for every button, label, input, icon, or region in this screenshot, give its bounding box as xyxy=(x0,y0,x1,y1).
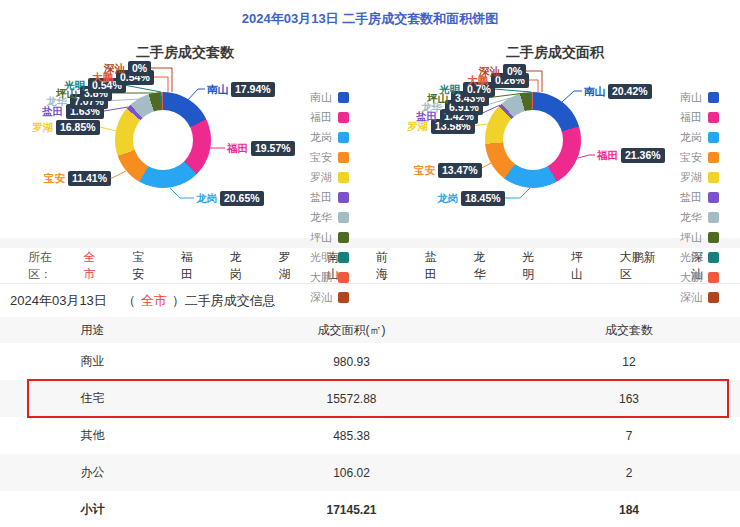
callout-shenshan: 深汕 0% xyxy=(104,61,151,76)
legend-item[interactable]: 福田 xyxy=(310,110,349,125)
table-row: 商业 980.93 12 xyxy=(0,343,740,380)
legend-item[interactable]: 宝安 xyxy=(680,150,719,165)
leader-line xyxy=(578,155,595,158)
legend-swatch xyxy=(708,292,719,303)
legend-swatch xyxy=(338,212,349,223)
filter-label: 所在区： xyxy=(28,249,74,283)
legend-item[interactable]: 盐田 xyxy=(680,190,719,205)
legend-swatch xyxy=(338,272,349,283)
filter-item-baoan[interactable]: 宝安 xyxy=(132,249,155,283)
legend-counts: 南山 福田 龙岗 宝安 罗湖 盐田 龙华 坪山 光明 大鹏 深汕 xyxy=(287,90,349,305)
legend-item[interactable]: 罗湖 xyxy=(680,170,719,185)
info-title: 2024年03月13日 （ 全市 ） 二手房成交信息 xyxy=(0,284,740,317)
chart-title: 二手房成交面积 xyxy=(370,44,740,62)
donut-counts[interactable] xyxy=(115,92,211,188)
paren-open: （ xyxy=(123,292,136,310)
table-row: 其他 485.38 7 xyxy=(0,417,740,454)
legend-swatch xyxy=(338,172,349,183)
callout-nanshan: 南山 17.94% xyxy=(207,82,275,97)
legend-swatch xyxy=(708,212,719,223)
legend-swatch xyxy=(338,252,349,263)
legend-swatch xyxy=(708,92,719,103)
legend-swatch xyxy=(708,132,719,143)
filter-item-longhua[interactable]: 龙华 xyxy=(474,249,497,283)
legend-item[interactable]: 深汕 xyxy=(310,290,349,305)
filter-item-yantian[interactable]: 盐田 xyxy=(425,249,448,283)
filter-item-quanshi[interactable]: 全市 xyxy=(84,249,107,283)
legend-item[interactable]: 福田 xyxy=(680,110,719,125)
filter-item-guangming[interactable]: 光明 xyxy=(522,249,545,283)
legend-item[interactable]: 南山 xyxy=(680,90,719,105)
legend-item[interactable]: 龙华 xyxy=(310,210,349,225)
paren-close: ） xyxy=(172,292,185,310)
legend-item[interactable]: 南山 xyxy=(310,90,349,105)
legend-swatch xyxy=(708,272,719,283)
callout-baoan: 宝安 11.41% xyxy=(44,171,111,186)
legend-item[interactable]: 坪山 xyxy=(680,230,719,245)
legend-swatch xyxy=(338,292,349,303)
legend-swatch xyxy=(708,252,719,263)
callout-futian: 福田 21.36% xyxy=(597,148,665,163)
legend-swatch xyxy=(338,112,349,123)
legend-item[interactable]: 宝安 xyxy=(310,150,349,165)
callout-nanshan: 南山 20.42% xyxy=(584,84,652,99)
legend-item[interactable]: 光明 xyxy=(310,250,349,265)
legend-area: 南山 福田 龙岗 宝安 罗湖 盐田 龙华 坪山 光明 大鹏 深汕 xyxy=(657,90,719,305)
legend-swatch xyxy=(338,92,349,103)
table-row-total: 小计 17145.21 184 xyxy=(0,491,740,527)
district-filter: 所在区： 全市 宝安 福田 龙岗 罗湖 南山 前海 盐田 龙华 光明 坪山 大鹏… xyxy=(0,248,740,284)
col-header-area: 成交面积(㎡) xyxy=(185,322,518,339)
table-row: 办公 106.02 2 xyxy=(0,454,740,491)
donut-area[interactable] xyxy=(485,92,581,188)
legend-item[interactable]: 盐田 xyxy=(310,190,349,205)
charts-row: 二手房成交套数 南山 17.94% 福田 19.57% xyxy=(0,40,740,238)
pie-chart-counts: 二手房成交套数 南山 17.94% 福田 19.57% xyxy=(0,40,370,238)
legend-item[interactable]: 深汕 xyxy=(680,290,719,305)
leader-line xyxy=(562,91,582,102)
table-row-highlighted: 住宅 15572.88 163 xyxy=(0,380,740,417)
info-scope: 全市 xyxy=(141,292,167,310)
legend-swatch xyxy=(708,192,719,203)
legend-swatch xyxy=(708,112,719,123)
chart-title: 二手房成交套数 xyxy=(0,44,370,62)
callout-longgang: 龙岗 18.45% xyxy=(437,191,505,206)
page: 2024年03月13日 二手房成交套数和面积饼图 二手房成交套数 南山 xyxy=(0,0,740,527)
info-date: 2024年03月13日 xyxy=(10,292,107,310)
legend-swatch xyxy=(708,152,719,163)
table-header: 用途 成交面积(㎡) 成交套数 xyxy=(0,317,740,343)
page-title: 2024年03月13日 二手房成交套数和面积饼图 xyxy=(0,0,740,40)
callout-baoan: 宝安 13.47% xyxy=(414,163,482,178)
filter-item-futian[interactable]: 福田 xyxy=(181,249,204,283)
legend-item[interactable]: 大鹏 xyxy=(310,270,349,285)
legend-item[interactable]: 龙岗 xyxy=(310,130,349,145)
legend-swatch xyxy=(708,172,719,183)
legend-item[interactable]: 坪山 xyxy=(310,230,349,245)
legend-swatch xyxy=(338,192,349,203)
deals-table: 用途 成交面积(㎡) 成交套数 商业 980.93 12 住宅 15572.88… xyxy=(0,317,740,527)
legend-swatch xyxy=(708,232,719,243)
section-divider xyxy=(0,238,740,248)
legend-item[interactable]: 龙华 xyxy=(680,210,719,225)
legend-swatch xyxy=(338,232,349,243)
callout-shenshan: 深汕 0% xyxy=(479,64,526,79)
legend-item[interactable]: 大鹏 xyxy=(680,270,719,285)
filter-item-qianhai[interactable]: 前海 xyxy=(376,249,399,283)
filter-item-longgang[interactable]: 龙岗 xyxy=(230,249,253,283)
callout-futian: 福田 19.57% xyxy=(227,141,295,156)
callout-longgang: 龙岗 20.65% xyxy=(196,191,264,206)
legend-item[interactable]: 龙岗 xyxy=(680,130,719,145)
col-header-use: 用途 xyxy=(0,322,185,339)
pie-chart-area: 二手房成交面积 南山 20.42% 福田 21.36% xyxy=(370,40,740,238)
callout-luohu: 罗湖 16.85% xyxy=(32,120,100,135)
legend-swatch xyxy=(338,132,349,143)
legend-item[interactable]: 罗湖 xyxy=(310,170,349,185)
col-header-count: 成交套数 xyxy=(518,322,740,339)
leader-line xyxy=(170,188,194,198)
info-suffix: 二手房成交信息 xyxy=(185,292,276,310)
legend-swatch xyxy=(338,152,349,163)
legend-item[interactable]: 光明 xyxy=(680,250,719,265)
filter-item-pingshan[interactable]: 坪山 xyxy=(571,249,594,283)
